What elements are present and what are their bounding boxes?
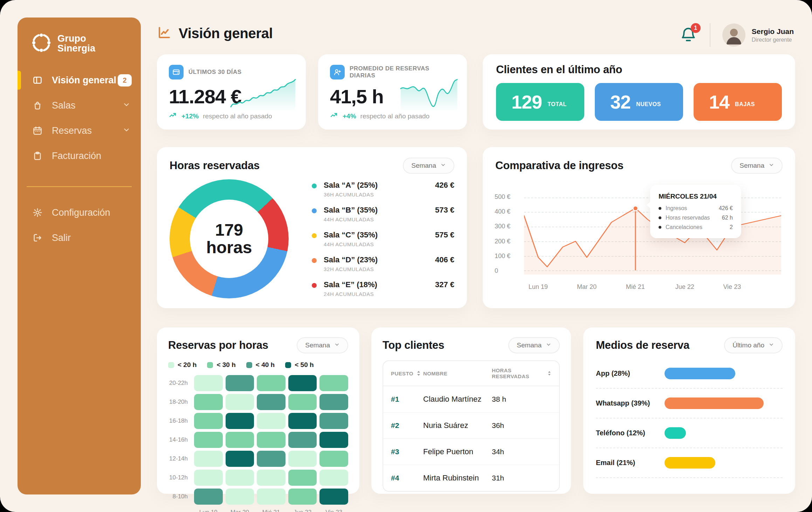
legend-label: < 30 h — [216, 361, 235, 369]
heatmap-cell — [226, 451, 254, 467]
sidebar-item-label: Salas — [52, 100, 76, 111]
sidebar-item-salas[interactable]: Salas — [18, 95, 141, 116]
heatmap-cell — [257, 432, 285, 448]
trend-up-icon — [330, 111, 338, 121]
donut-legend: Sala “A” (25%) 36H ACUMULADAS 426 € Sala… — [312, 181, 454, 305]
clients-total-chip: 129 TOTAL — [496, 83, 584, 121]
legend-label: < 50 h — [295, 361, 314, 369]
page-title: Visión general — [179, 26, 273, 41]
channel-bar — [665, 457, 715, 469]
legend-sub: 44H ACUMULADAS — [324, 216, 428, 222]
sidebar-item-vision-general[interactable]: Visión general 2 — [18, 70, 141, 90]
user-menu[interactable]: Sergio Juan Director gerente — [722, 23, 794, 47]
legend-item-sala-a: Sala “A” (25%) 36H ACUMULADAS 426 € — [312, 181, 454, 198]
channel-bar — [665, 368, 735, 379]
heatmap-cell — [288, 375, 317, 391]
reservas-period-value: Semana — [305, 341, 330, 349]
reservas-period-dropdown[interactable]: Semana — [297, 337, 348, 353]
heatmap-cell — [288, 413, 317, 429]
sidebar-item-label: Visión general — [52, 75, 116, 86]
client-hours: 31h — [492, 474, 551, 482]
donut-legend-dot — [312, 233, 317, 238]
heatmap-cell — [288, 489, 317, 505]
sort-header-puesto[interactable]: PUESTO — [391, 371, 423, 376]
sort-icon — [416, 371, 421, 376]
chevron-down-icon — [123, 125, 130, 136]
kpi-card-promedio-reservas: PROMEDIO DE RESERVAS DIARIAS 41,5 h +4% … — [318, 54, 467, 130]
highlight-point — [632, 205, 638, 211]
channel-row-whatsapp: Whatsapp (39%) — [596, 389, 783, 418]
legend-amount: 327 € — [435, 280, 454, 289]
swatch-icon — [207, 362, 213, 368]
chevron-down-icon — [769, 162, 774, 169]
client-hours: 38 h — [492, 395, 551, 403]
sidebar-item-salir[interactable]: Salir — [18, 228, 141, 248]
legend-name: Sala “B” (35%) — [324, 206, 428, 215]
heatmap-cell — [194, 394, 223, 410]
heatmap-row-label: 18-20h — [168, 399, 191, 406]
legend-lt30: < 30 h — [207, 361, 235, 369]
ingresos-title: Comparativa de ingresos — [495, 159, 624, 172]
ingresos-period-value: Semana — [739, 162, 764, 169]
heatmap-cell — [226, 432, 254, 448]
heatmap-cell — [319, 489, 348, 505]
brand-line2: Sinergia — [57, 43, 95, 53]
top-clients-table: PUESTO NOMBRE HORAS RESERVADAS #1 Claudi… — [383, 360, 560, 492]
heatmap-cell — [194, 413, 223, 429]
brand-line1: Grupo — [57, 34, 95, 43]
heatmap-cell — [288, 394, 317, 410]
heatmap-grid: 20-22h18-20h16-18h14-16h12-14h10-12h8-10… — [168, 375, 348, 505]
client-name: Nuria Suárez — [423, 421, 492, 430]
top-clients-period-dropdown[interactable]: Semana — [508, 337, 560, 353]
heatmap-cell — [257, 375, 285, 391]
sort-icon — [547, 371, 552, 376]
heatmap-cell — [226, 375, 254, 391]
client-rank: #2 — [391, 421, 423, 430]
header-divider — [710, 23, 710, 47]
sidebar-item-facturacion[interactable]: Facturación — [18, 146, 141, 166]
sidebar-item-reservas[interactable]: Reservas — [18, 120, 141, 141]
clients-new-label: NUEVOS — [636, 101, 661, 108]
heatmap-cell — [288, 470, 317, 486]
legend-sub: 24H ACUMULADAS — [324, 291, 428, 297]
heatmap-row-label: 8-10h — [168, 493, 191, 500]
client-rank: #4 — [391, 474, 423, 482]
heatmap-cell — [257, 451, 285, 467]
notifications-bell[interactable]: 1 — [680, 26, 698, 44]
heatmap-row-label: 16-18h — [168, 417, 191, 424]
chevron-down-icon — [546, 341, 551, 349]
bag-icon — [32, 100, 43, 111]
client-name: Mirta Rubinstein — [423, 473, 492, 483]
chevron-down-icon — [123, 100, 130, 111]
sidebar-item-label: Reservas — [52, 125, 92, 136]
legend-sub: 44H ACUMULADAS — [324, 241, 428, 247]
sort-header-horas[interactable]: HORAS RESERVADAS — [492, 367, 551, 379]
heatmap-col-label: Jue 22 — [288, 509, 317, 512]
sparkline-revenue — [230, 77, 297, 112]
chart-line-icon — [157, 25, 172, 41]
table-row: #2 Nuria Suárez 36h — [383, 413, 559, 439]
heatmap-cell — [226, 413, 254, 429]
sidebar-divider — [27, 186, 132, 187]
legend-label: < 40 h — [256, 361, 275, 369]
y-tick: 500 € — [495, 193, 510, 201]
chart-tooltip: MIÉRCOLES 21/04 Ingresos 426 € Horas res… — [650, 185, 741, 238]
income-comparison-card: Comparativa de ingresos Semana 500 € 400… — [483, 147, 795, 308]
donut-legend-dot — [312, 258, 317, 263]
clients-card: Clientes en el último año 129 TOTAL 32 N… — [483, 54, 795, 130]
ingresos-period-dropdown[interactable]: Semana — [731, 158, 783, 174]
medios-period-dropdown[interactable]: Último año — [724, 337, 783, 353]
legend-sub: 32H ACUMULADAS — [324, 266, 428, 272]
sidebar-item-configuracion[interactable]: Configuración — [18, 202, 141, 223]
tooltip-value: 62 h — [722, 215, 733, 221]
legend-name: Sala “E” (18%) — [324, 280, 428, 289]
header-actions: 1 Sergio Juan Director gerente — [680, 23, 794, 47]
hours-period-value: Semana — [411, 162, 436, 169]
legend-lt50: < 50 h — [285, 361, 314, 369]
top-clients-period-value: Semana — [517, 341, 542, 349]
client-name: Felipe Puerton — [423, 447, 492, 456]
hours-period-dropdown[interactable]: Semana — [403, 158, 454, 174]
swatch-icon — [168, 362, 174, 368]
donut-legend-dot — [312, 184, 317, 188]
bullet-icon — [659, 226, 661, 229]
